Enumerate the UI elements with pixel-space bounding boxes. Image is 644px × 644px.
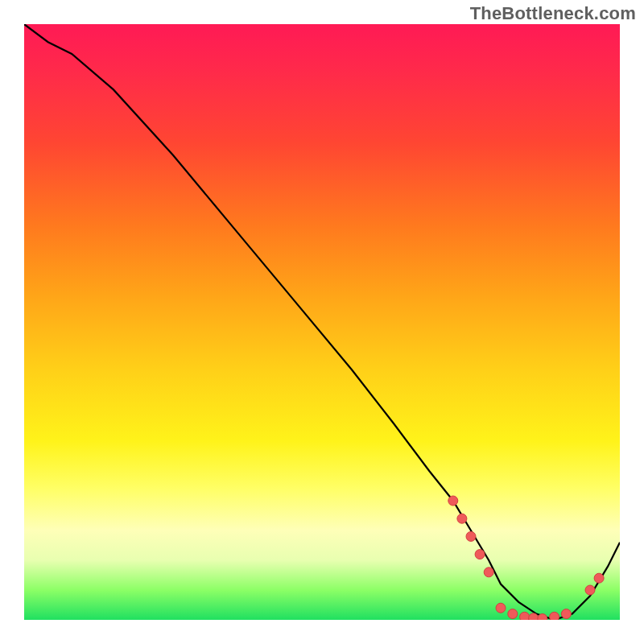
curve-marker [457,514,467,523]
curve-marker [529,613,539,620]
watermark-text: TheBottleneck.com [470,3,636,24]
plot-area [24,24,620,620]
curve-marker [550,612,559,620]
curve-marker [496,603,506,613]
curve-marker [585,585,595,595]
curve-marker [475,550,485,559]
curve-marker [594,573,604,583]
curve-markers [448,496,604,620]
curve-marker [520,612,530,620]
curve-marker [448,496,458,506]
curve-svg [24,24,620,620]
curve-marker [484,568,493,577]
bottleneck-curve [24,24,620,620]
curve-marker [561,609,571,619]
curve-marker [508,609,518,619]
chart-container: TheBottleneck.com [0,0,644,644]
curve-marker [466,531,476,541]
curve-marker [538,614,547,621]
